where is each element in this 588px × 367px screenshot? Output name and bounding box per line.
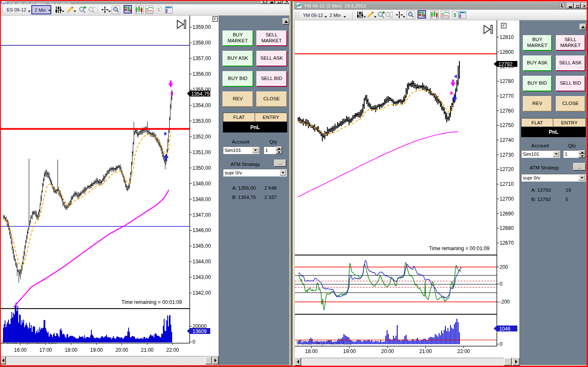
svg-text:1350,00: 1350,00 [192,165,211,171]
svg-text:12690: 12690 [500,211,514,217]
svg-text:19:00: 19:00 [343,348,356,354]
svg-text:1359,00: 1359,00 [192,24,211,30]
svg-text:1349,00: 1349,00 [192,181,211,187]
svg-text:1046: 1046 [499,326,511,332]
svg-text:16:00: 16:00 [14,347,27,353]
svg-text:20:00: 20:00 [381,348,394,354]
svg-text:12740: 12740 [500,137,514,143]
svg-text:1345,00: 1345,00 [192,243,211,249]
svg-text:12810: 12810 [500,34,514,40]
svg-text:1346,00: 1346,00 [192,227,211,233]
svg-text:Time remaining = 00:01:09: Time remaining = 00:01:09 [429,246,489,251]
svg-text:1343,00: 1343,00 [192,274,211,280]
svg-text:12780: 12780 [500,78,514,84]
svg-text:F: F [503,23,505,28]
svg-text:12792: 12792 [498,61,513,67]
svg-text:-200: -200 [500,299,510,305]
svg-text:12750: 12750 [500,122,514,128]
svg-text:Time remaining = 00:01:09: Time remaining = 00:01:09 [121,299,182,305]
svg-text:12680: 12680 [500,225,514,231]
svg-text:1357,00: 1357,00 [192,55,211,61]
svg-text:12670: 12670 [500,240,514,246]
svg-text:22:00: 22:00 [457,348,470,354]
svg-text:21:00: 21:00 [419,348,432,354]
svg-text:12760: 12760 [500,108,514,114]
svg-text:21:00: 21:00 [141,347,154,353]
svg-text:12730: 12730 [500,152,514,158]
svg-text:1352,00: 1352,00 [192,134,211,140]
svg-text:20:00: 20:00 [115,347,128,353]
svg-text:12720: 12720 [500,166,514,172]
svg-text:12770: 12770 [500,93,514,99]
svg-text:1358,00: 1358,00 [192,40,211,46]
svg-text:12700: 12700 [500,196,514,202]
svg-text:1344,00: 1344,00 [192,259,211,265]
svg-text:0: 0 [500,341,503,347]
svg-text:22:00: 22:00 [166,347,179,353]
svg-text:F: F [214,17,217,21]
svg-text:12800: 12800 [500,49,514,55]
svg-text:1347,00: 1347,00 [192,212,211,218]
svg-text:13609: 13609 [192,328,207,334]
svg-text:1354,00: 1354,00 [192,102,211,108]
svg-text:1353,00: 1353,00 [192,118,211,124]
svg-text:1342,00: 1342,00 [192,290,211,296]
svg-text:1351,00: 1351,00 [192,149,211,155]
svg-text:19:00: 19:00 [90,347,103,353]
svg-text:1354,75: 1354,75 [191,91,210,97]
svg-text:200: 200 [500,264,508,270]
svg-text:1348,00: 1348,00 [192,196,211,202]
svg-text:$: $ [157,7,160,13]
svg-text:12710: 12710 [500,181,514,187]
svg-text:$: $ [453,12,456,18]
svg-text:18:00: 18:00 [65,347,77,353]
svg-text:1356,00: 1356,00 [192,71,211,77]
svg-text:17:00: 17:00 [39,347,52,353]
svg-text:0: 0 [192,339,195,345]
svg-text:18:00: 18:00 [305,348,318,354]
svg-text:0: 0 [500,281,503,287]
